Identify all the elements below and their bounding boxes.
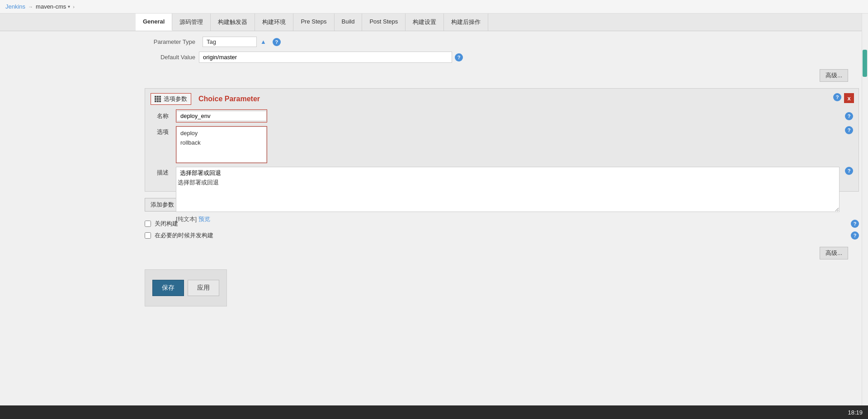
scrollbar-thumb[interactable] [863, 50, 867, 77]
option-line-2: rollback [180, 138, 263, 148]
param-type-value: Tag [203, 37, 257, 47]
description-textarea[interactable] [176, 167, 840, 212]
breadcrumb-project: maven-cms ▾ [36, 3, 70, 10]
option-line-1: deploy [180, 129, 263, 138]
default-value-help[interactable]: ? [455, 53, 463, 61]
options-content: deploy rollback [176, 127, 267, 163]
options-label: 选项 [151, 126, 173, 136]
preview-row: [纯文本] 预览 [176, 215, 840, 223]
close-button[interactable]: x [844, 93, 854, 103]
scrollbar[interactable] [862, 14, 868, 404]
advanced-btn-row-1: 高级... [145, 69, 859, 82]
name-row: 名称 ? [151, 109, 853, 122]
tab-postbuild[interactable]: 构建后操作 [444, 14, 488, 31]
description-help[interactable]: ? [845, 167, 853, 175]
bottom-buttons: 保存 应用 [152, 275, 219, 301]
name-help[interactable]: ? [845, 112, 853, 120]
tab-poststeps[interactable]: Post Steps [362, 14, 406, 31]
concurrent-build-label: 在必要的时候并发构建 [155, 231, 213, 240]
name-box [176, 109, 267, 122]
grid-icon [155, 96, 161, 102]
tab-general[interactable]: General [136, 14, 172, 31]
tab-build[interactable]: Build [335, 14, 363, 31]
concurrent-build-help[interactable]: ? [851, 231, 859, 240]
main-layout: Parameter Type Tag ▲ ? Default Value ? 高… [0, 31, 868, 404]
breadcrumb-arrow: → [28, 4, 33, 9]
concurrent-build-checkbox[interactable] [145, 232, 151, 239]
sidebar [0, 31, 136, 404]
tab-bar: General 源码管理 构建触发器 构建环境 Pre Steps Build … [0, 14, 868, 31]
advanced-btn-row-2: 高级... [145, 247, 859, 259]
tab-presteps[interactable]: Pre Steps [293, 14, 334, 31]
bottom-buttons-panel: 保存 应用 [145, 269, 227, 306]
tab-triggers[interactable]: 构建触发器 [211, 14, 255, 31]
breadcrumb-dropdown-icon[interactable]: ▾ [68, 4, 70, 9]
breadcrumb-jenkins[interactable]: Jenkins [5, 3, 25, 10]
breadcrumb-project-name[interactable]: maven-cms [36, 3, 66, 10]
content-area: Parameter Type Tag ▲ ? Default Value ? 高… [136, 31, 868, 404]
options-box: deploy rollback [176, 126, 267, 163]
choice-param-header: 选项参数 Choice Parameter x ? [151, 93, 853, 105]
description-label: 描述 [151, 167, 173, 177]
choice-param-icon-label[interactable]: 选项参数 [151, 93, 191, 105]
name-label: 名称 [151, 112, 173, 120]
apply-button[interactable]: 应用 [188, 280, 219, 296]
default-value-label: Default Value [145, 54, 199, 61]
breadcrumb-bar: Jenkins → maven-cms ▾ › [0, 0, 868, 14]
choice-param-title: Choice Parameter [198, 95, 260, 103]
param-type-arrow-icon[interactable]: ▲ [260, 38, 266, 45]
options-help[interactable]: ? [845, 126, 853, 134]
preview-link[interactable]: 预览 [198, 216, 210, 222]
save-button[interactable]: 保存 [152, 280, 184, 296]
default-value-row: Default Value ? [145, 52, 859, 63]
description-field-wrapper: [纯文本] 预览 [176, 167, 840, 223]
advanced-button-1[interactable]: 高级... [820, 69, 848, 82]
description-row: 描述 [纯文本] 预览 ? [151, 167, 853, 223]
tab-source[interactable]: 源码管理 [172, 14, 211, 31]
param-type-row: Parameter Type Tag ▲ ? [145, 37, 859, 47]
tab-env[interactable]: 构建环境 [255, 14, 293, 31]
default-value-input[interactable] [199, 52, 452, 63]
checkbox-row-2: 在必要的时候并发构建 ? [145, 231, 859, 240]
choice-param-icon-text: 选项参数 [164, 95, 187, 103]
breadcrumb-nav-arrow: › [73, 4, 75, 9]
plain-text-label: [纯文本] [176, 216, 197, 222]
tab-settings[interactable]: 构建设置 [406, 14, 444, 31]
param-type-label: Parameter Type [145, 38, 199, 45]
choice-param-help[interactable]: ? [833, 93, 841, 101]
advanced-button-2[interactable]: 高级... [820, 247, 848, 259]
disable-build-checkbox[interactable] [145, 221, 151, 227]
options-row: 选项 deploy rollback ? [151, 126, 853, 163]
choice-param-section: 选项参数 Choice Parameter x ? 名称 ? 选项 depl [145, 88, 859, 192]
name-input[interactable] [176, 111, 267, 121]
param-type-help[interactable]: ? [273, 38, 281, 46]
